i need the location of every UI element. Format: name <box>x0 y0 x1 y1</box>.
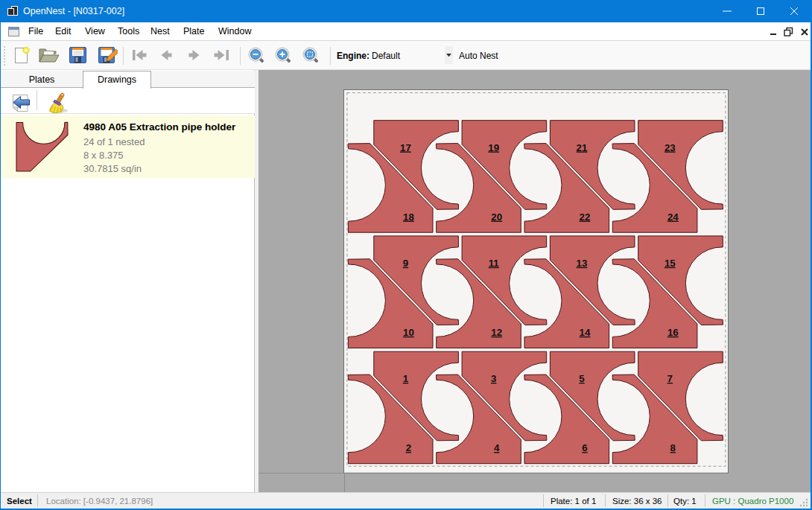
svg-text:16: 16 <box>667 327 678 338</box>
svg-text:21: 21 <box>576 142 587 153</box>
svg-text:1: 1 <box>402 373 408 384</box>
svg-text:2: 2 <box>405 442 410 453</box>
svg-text:17: 17 <box>400 142 411 153</box>
svg-text:15: 15 <box>664 258 675 269</box>
svg-text:11: 11 <box>488 258 499 269</box>
svg-text:22: 22 <box>579 211 590 223</box>
svg-text:8: 8 <box>670 442 675 453</box>
svg-text:18: 18 <box>403 211 414 223</box>
svg-text:4: 4 <box>493 442 499 453</box>
svg-text:3: 3 <box>490 373 495 384</box>
svg-text:12: 12 <box>491 327 502 338</box>
svg-text:23: 23 <box>664 142 675 153</box>
svg-text:14: 14 <box>579 327 590 338</box>
svg-text:24: 24 <box>667 211 678 223</box>
svg-text:19: 19 <box>488 142 499 153</box>
svg-text:13: 13 <box>576 258 587 269</box>
svg-text:20: 20 <box>491 211 502 223</box>
svg-text:5: 5 <box>579 373 585 384</box>
svg-text:9: 9 <box>402 258 407 269</box>
svg-text:7: 7 <box>667 373 672 384</box>
svg-text:10: 10 <box>403 327 414 338</box>
svg-text:6: 6 <box>582 442 587 453</box>
